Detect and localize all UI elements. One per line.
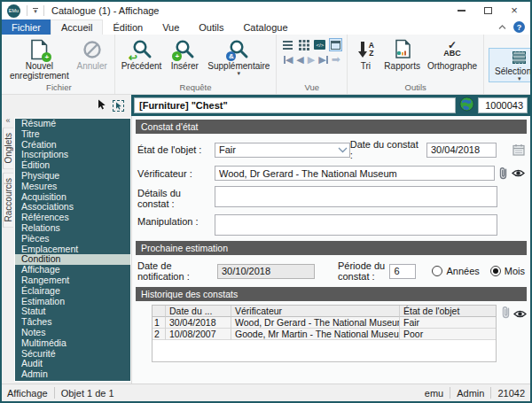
verificateur-input[interactable] [215,166,495,181]
cell-rownum: 2 [153,329,166,340]
sidebar-item-pieces[interactable]: Pièces [15,234,130,244]
status-session: 21042 [497,388,525,399]
help-icon[interactable]: ? [513,21,525,33]
abc-glyph: ABC [443,50,461,58]
date-notification-label: Date de notification : [137,260,217,282]
code-view-button[interactable]: </> [313,38,326,51]
tab-vue[interactable]: Vue [153,19,189,35]
grid-view-button[interactable] [297,38,310,51]
tab-sidebar: Résumé Titre Création Inscriptions Éditi… [14,118,131,382]
group-label-fichier: Fichier [6,82,112,94]
section-header-historique: Historique des constats [136,287,527,301]
minimize-button[interactable] [448,3,474,19]
additional-search-button[interactable]: & Supplémentaire ▾ [204,35,273,75]
first-record-button[interactable]: ◀ [284,55,293,65]
tab-fichier[interactable]: Fichier [2,19,51,35]
new-record-button[interactable]: + Nouvel enregistrement [6,35,73,81]
vertical-tab-onglets[interactable]: Onglets [3,127,13,169]
section-header-constat: Constat d'état [136,120,527,134]
insert-label: Insérer [171,61,199,71]
vertical-tab-raccourcis[interactable]: Raccourcis [3,172,13,228]
details-view-button[interactable] [329,38,342,51]
group-label-requete: Requête [118,82,274,94]
main-content: « Onglets Raccourcis Résumé Titre Créati… [2,116,530,384]
details-constat-textarea[interactable] [215,186,497,207]
attachment-icon[interactable] [498,167,508,180]
goto-record-icon: ➡ [332,55,340,65]
sidebar-item-rangement[interactable]: Rangement [15,275,130,286]
select-button[interactable]: Sélectionner ▾ [489,48,532,82]
globe-icon[interactable] [459,97,474,115]
insert-button[interactable]: + Insérer [165,35,204,71]
col-rownum[interactable] [153,306,166,317]
ribbon-tab-row: Fichier Accueil Édition Vue Outils Catal… [2,19,530,35]
sidebar-item-titre[interactable]: Titre [15,129,130,140]
last-record-button[interactable]: ▶ [318,55,327,65]
historique-header-row: Date du ... Vérificateur État de l'objet [153,306,496,317]
sidebar-item-admin[interactable]: Admin [15,369,130,380]
cancel-button[interactable]: Annuler [73,35,112,71]
sidebar-item-mesures[interactable]: Mesures [15,182,130,192]
next-record-button[interactable]: ▶ [308,55,315,65]
periode-constat-label: Période du constat : [338,260,387,282]
collapse-sidebar-icon[interactable]: « [5,117,10,125]
last-record-arrow-icon: ▶ [318,55,325,65]
manipulation-label: Manipulation : [137,214,215,227]
tab-outils[interactable]: Outils [189,19,233,35]
sort-button[interactable]: AZ Tri [350,35,380,71]
ribbon-group-fichier: + Nouvel enregistrement Annuler Fichier [4,35,115,94]
date-constat-input[interactable] [426,143,497,158]
goto-record-button[interactable]: ➡ [332,55,340,65]
cell-verificateur: Goode, Mr Martin - The National Museum [231,329,400,340]
cell-verificateur: Wood, Dr Gerard - The National Museum [231,317,400,329]
spelling-button[interactable]: ✓ ABC Orthographe [424,35,481,71]
historique-table: Date du ... Vérificateur État de l'objet… [152,305,497,362]
radio-mois[interactable]: Mois [490,266,525,276]
last-record-icon [326,56,328,64]
minimize-icon [458,10,466,11]
ribbon-group-selection: Sélectionner ▾ [484,35,532,94]
attachment-icon[interactable] [501,306,511,322]
manipulation-textarea[interactable] [215,214,497,236]
maximize-button[interactable] [474,3,501,19]
previous-search-button[interactable]: ↩ Précédent [118,35,166,71]
etat-objet-select[interactable]: Fair [215,143,350,158]
code-view-icon: </> [314,40,325,50]
reports-button[interactable]: Rapports [380,35,424,71]
col-etat[interactable]: État de l'objet [400,306,496,317]
pointer-cursor-icon[interactable] [98,97,106,113]
next-record-icon: ▶ [308,55,315,65]
tab-edition[interactable]: Édition [103,19,153,35]
calendar-icon[interactable] [512,143,525,156]
sidebar-item-relations[interactable]: Relations [15,223,130,234]
table-row[interactable]: 1 30/04/2018 Wood, Dr Gerard - The Natio… [153,317,496,329]
tab-accueil[interactable]: Accueil [51,19,103,35]
reports-label: Rapports [384,61,420,71]
list-view-button[interactable] [281,38,294,51]
close-button[interactable]: × [501,3,528,19]
eye-icon[interactable] [513,306,527,322]
eye-icon[interactable] [512,168,525,178]
sidebar-item-multimedia[interactable]: Multimédia [15,338,130,349]
select-record-icon[interactable] [113,100,124,112]
radio-annees[interactable]: Années [432,266,479,276]
etat-objet-label: État de l'objet : [137,144,215,155]
sidebar-item-eclairage[interactable]: Éclairage [15,286,130,297]
record-number: 1000043 [478,97,528,113]
etat-objet-value: Fair [219,144,236,155]
sidebar-item-physique[interactable]: Physique [15,171,130,182]
table-row[interactable]: 2 10/08/2007 Goode, Mr Martin - The Nati… [153,329,496,340]
quick-access-dropdown[interactable]: ▾ [31,8,40,14]
periode-constat-input[interactable] [389,264,416,279]
previous-record-icon: ◀ [296,55,303,65]
date-notification-input[interactable] [217,264,315,279]
cell-etat: Poor [400,329,496,340]
chevron-down-icon [338,147,348,153]
col-date[interactable]: Date du ... [166,306,231,317]
tab-catalogue[interactable]: Catalogue [233,19,297,35]
collapse-ribbon-icon[interactable] [498,25,506,29]
previous-record-button[interactable]: ◀ [296,55,303,65]
sidebar-item-notes[interactable]: Notes [15,328,130,338]
col-verificateur[interactable]: Vérificateur [231,306,400,317]
close-icon: × [511,6,518,15]
